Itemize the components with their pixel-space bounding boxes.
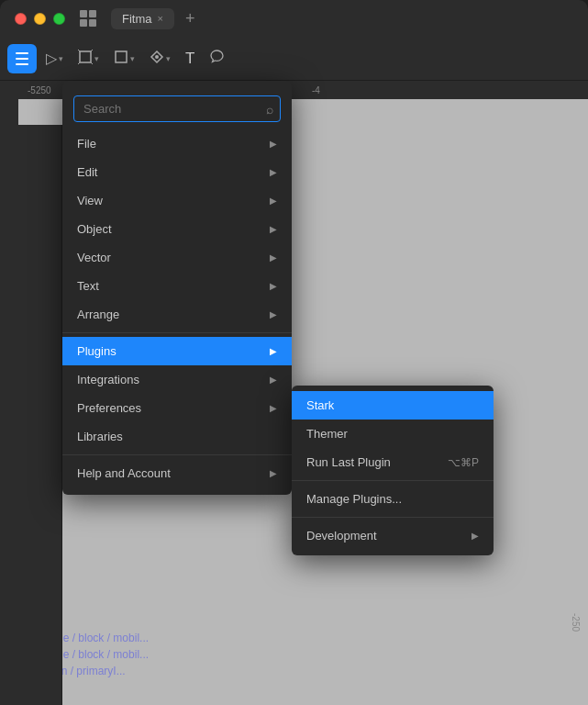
plugins-submenu: Stark Themer Run Last Plugin ⌥⌘P Manage … (292, 386, 494, 555)
svg-rect-0 (80, 51, 91, 62)
menu-item-preferences[interactable]: Preferences ▶ (62, 394, 292, 422)
frame-tool[interactable]: ▾ (72, 46, 105, 72)
text-icon: T (185, 50, 194, 68)
left-sidebar (0, 125, 62, 705)
submenu-arrow-icon: ▶ (270, 167, 277, 177)
ruler-mark: -5250 (28, 85, 51, 95)
shape-icon (114, 50, 128, 68)
submenu-arrow-icon: ▶ (270, 224, 277, 234)
svg-line-3 (78, 62, 80, 64)
menu-item-file[interactable]: File ▶ (62, 129, 292, 158)
submenu-item-label: Run Last Plugin (306, 455, 391, 469)
submenu-arrow-icon: ▶ (270, 403, 277, 413)
menu-item-help[interactable]: Help and Account ▶ (62, 459, 292, 487)
svg-line-4 (91, 62, 93, 64)
submenu-arrow-icon: ▶ (270, 346, 277, 356)
menu-item-label: Arrange (77, 308, 119, 321)
svg-line-1 (78, 50, 80, 51)
svg-rect-5 (116, 51, 127, 62)
chevron-down-icon: ▾ (166, 54, 171, 63)
menu-item-vector[interactable]: Vector ▶ (62, 243, 292, 272)
menu-button[interactable] (7, 44, 37, 73)
comment-icon (209, 49, 225, 68)
browser-chrome: Fitma × + (0, 0, 588, 37)
toolbar: ▷ ▾ ▾ ▾ (0, 37, 588, 81)
submenu-separator (292, 480, 494, 481)
tab-label: Fitma (122, 12, 152, 26)
menu-item-arrange[interactable]: Arrange ▶ (62, 300, 292, 329)
menu-item-label: Plugins (77, 344, 116, 358)
submenu-arrow-icon: ▶ (270, 309, 277, 319)
submenu-item-run-last[interactable]: Run Last Plugin ⌥⌘P (292, 448, 494, 476)
shape-tool[interactable]: ▾ (108, 46, 140, 72)
minimize-button[interactable] (34, 13, 46, 25)
ruler-vertical-label: -250 (571, 613, 581, 632)
app-grid-icon[interactable] (80, 10, 96, 27)
svg-line-2 (91, 50, 93, 51)
submenu-arrow-icon: ▶ (270, 196, 277, 206)
keyboard-shortcut: ⌥⌘P (448, 456, 479, 469)
submenu-arrow-icon: ▶ (270, 375, 277, 385)
menu-item-label: Vector (77, 251, 111, 264)
submenu-item-themer[interactable]: Themer (292, 420, 494, 448)
submenu-item-manage[interactable]: Manage Plugins... (292, 485, 494, 513)
submenu-separator (292, 517, 494, 518)
hamburger-icon (16, 52, 28, 65)
submenu-item-label: Stark (306, 398, 334, 412)
comment-tool[interactable] (204, 45, 230, 72)
close-button[interactable] (15, 13, 27, 25)
menu-item-label: View (77, 194, 103, 207)
submenu-item-label: Development (306, 529, 377, 543)
menu-item-label: Help and Account (77, 466, 171, 480)
submenu-arrow-icon: ▶ (270, 468, 277, 478)
svg-point-6 (155, 55, 159, 59)
submenu-arrow-icon: ▶ (270, 139, 277, 149)
traffic-lights (15, 13, 65, 25)
frame-icon (78, 50, 93, 68)
add-tab-button[interactable]: + (185, 9, 195, 28)
menu-item-label: Preferences (77, 401, 141, 415)
submenu-item-label: Manage Plugins... (306, 492, 402, 506)
chevron-down-icon: ▾ (94, 54, 99, 63)
search-container: ⌕ (62, 88, 292, 129)
menu-item-view[interactable]: View ▶ (62, 186, 292, 215)
menu-item-edit[interactable]: Edit ▶ (62, 158, 292, 186)
select-icon: ▷ (46, 50, 57, 67)
pen-icon (150, 50, 164, 68)
menu-item-plugins[interactable]: Plugins ▶ (62, 337, 292, 365)
chevron-down-icon: ▾ (59, 54, 63, 63)
menu-item-label: Object (77, 222, 112, 236)
menu-item-label: Integrations (77, 373, 139, 386)
pen-tool[interactable]: ▾ (144, 46, 176, 72)
submenu-item-stark[interactable]: Stark (292, 391, 494, 420)
select-tool[interactable]: ▷ ▾ (40, 46, 69, 71)
ruler-mark: -4 (312, 85, 320, 95)
submenu-item-development[interactable]: Development ▶ (292, 521, 494, 550)
tab-area: Fitma × + (111, 8, 194, 29)
menu-item-label: File (77, 137, 96, 151)
app-area: ▷ ▾ ▾ ▾ (0, 37, 588, 705)
menu-separator (62, 332, 292, 333)
menu-item-libraries[interactable]: Libraries (62, 422, 292, 451)
menu-item-label: Edit (77, 165, 97, 179)
chevron-down-icon: ▾ (130, 54, 135, 63)
submenu-arrow-icon: ▶ (270, 252, 277, 263)
maximize-button[interactable] (53, 13, 65, 25)
submenu-arrow-icon: ▶ (472, 531, 479, 541)
menu-item-label: Text (77, 279, 99, 293)
search-wrapper: ⌕ (73, 95, 281, 122)
search-input[interactable] (73, 95, 281, 122)
menu-item-integrations[interactable]: Integrations ▶ (62, 365, 292, 394)
menu-item-object[interactable]: Object ▶ (62, 215, 292, 243)
submenu-arrow-icon: ▶ (270, 281, 277, 291)
menu-item-text[interactable]: Text ▶ (62, 272, 292, 300)
main-menu: ⌕ File ▶ Edit ▶ View ▶ Object ▶ Vector ▶… (62, 81, 292, 495)
text-tool[interactable]: T (180, 46, 200, 72)
menu-item-label: Libraries (77, 430, 123, 443)
tab-fitma[interactable]: Fitma × (111, 8, 174, 29)
menu-separator (62, 454, 292, 455)
tab-close-icon[interactable]: × (158, 13, 163, 24)
submenu-item-label: Themer (306, 427, 348, 441)
